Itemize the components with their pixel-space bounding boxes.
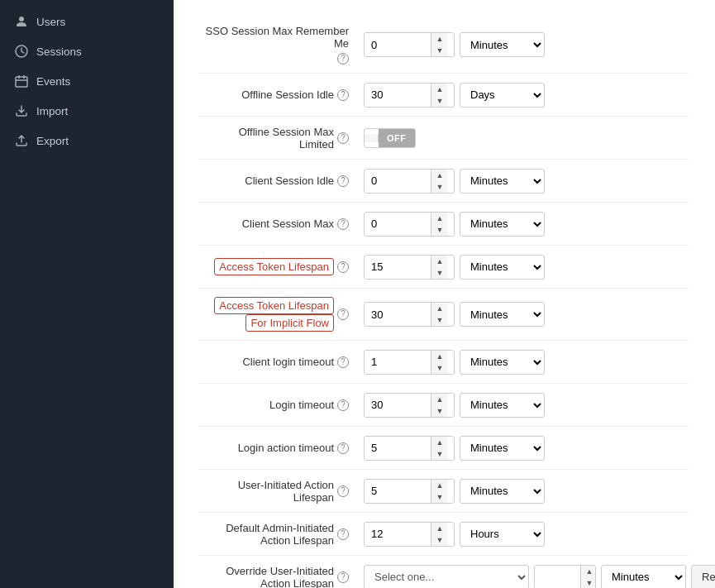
sidebar-item-label: Sessions bbox=[36, 45, 82, 58]
label-sso-session-max-remember-me: SSO Session Max Remember Me ? bbox=[198, 25, 364, 65]
spinner-up-user-initiated[interactable]: ▲ bbox=[431, 480, 448, 491]
label-user-initiated-action-lifespan: User-Initiated Action Lifespan ? bbox=[198, 479, 364, 504]
form-row-offline-session-idle: Offline Session Idle ? ▲ ▼ DaysSecondsMi… bbox=[198, 74, 690, 117]
unit-select-client-max[interactable]: MinutesSecondsHoursDays bbox=[460, 212, 545, 237]
spinner-down-user-initiated[interactable]: ▼ bbox=[431, 491, 448, 503]
number-field-sso[interactable] bbox=[365, 33, 431, 56]
form-row-client-session-max: Client Session Max ? ▲ ▼ MinutesSecondsH… bbox=[198, 203, 690, 246]
number-input-offline-idle: ▲ ▼ bbox=[364, 83, 455, 108]
spinner-up-login-timeout[interactable]: ▲ bbox=[431, 394, 448, 405]
number-input-admin-initiated: ▲ ▼ bbox=[364, 522, 455, 547]
spinner-access-token: ▲ ▼ bbox=[431, 256, 448, 279]
number-field-override[interactable] bbox=[535, 566, 580, 589]
help-icon-offline-idle[interactable]: ? bbox=[337, 89, 349, 101]
unit-select-login-timeout[interactable]: MinutesSecondsHoursDays bbox=[460, 393, 545, 418]
unit-select-offline-idle[interactable]: DaysSecondsMinutesHours bbox=[460, 83, 545, 108]
controls-offline-idle: ▲ ▼ DaysSecondsMinutesHours bbox=[364, 83, 690, 108]
help-icon-offline-max-limited[interactable]: ? bbox=[337, 132, 349, 144]
spinner-up-client-idle[interactable]: ▲ bbox=[431, 170, 448, 181]
label-access-token-implicit: Access Token Lifespan For Implicit Flow … bbox=[198, 297, 364, 332]
user-icon bbox=[15, 15, 28, 28]
spinner-down-login-timeout[interactable]: ▼ bbox=[431, 405, 448, 417]
unit-select-client-login-timeout[interactable]: MinutesSecondsHoursDays bbox=[460, 350, 545, 375]
number-field-client-idle[interactable] bbox=[365, 170, 431, 193]
reset-button[interactable]: Reset bbox=[691, 565, 715, 589]
number-input-client-max: ▲ ▼ bbox=[364, 212, 455, 237]
spinner-login-action-timeout: ▲ ▼ bbox=[431, 437, 448, 460]
number-field-client-max[interactable] bbox=[365, 213, 431, 236]
help-icon-sso[interactable]: ? bbox=[337, 53, 349, 65]
spinner-down-sso[interactable]: ▼ bbox=[431, 45, 448, 56]
spinner-up-login-action-timeout[interactable]: ▲ bbox=[431, 437, 448, 448]
help-icon-override-user-initiated[interactable]: ? bbox=[337, 571, 349, 583]
unit-select-override[interactable]: MinutesSecondsHoursDays bbox=[601, 565, 686, 589]
spinner-up-access-token[interactable]: ▲ bbox=[431, 256, 448, 267]
help-icon-user-initiated[interactable]: ? bbox=[337, 485, 349, 497]
spinner-up-offline-idle[interactable]: ▲ bbox=[431, 84, 448, 95]
spinner-down-client-login-timeout[interactable]: ▼ bbox=[431, 362, 448, 374]
spinner-up-client-login-timeout[interactable]: ▲ bbox=[431, 351, 448, 362]
help-icon-access-token[interactable]: ? bbox=[337, 261, 349, 273]
help-icon-client-idle[interactable]: ? bbox=[337, 175, 349, 187]
number-field-admin-initiated[interactable] bbox=[365, 523, 431, 546]
unit-select-sso[interactable]: MinutesSecondsHoursDays bbox=[460, 32, 545, 57]
unit-select-user-initiated[interactable]: MinutesSecondsHoursDays bbox=[460, 479, 545, 504]
unit-select-access-token-implicit[interactable]: MinutesSecondsHoursDays bbox=[460, 302, 545, 327]
select-one-override[interactable]: Select one... bbox=[364, 565, 529, 589]
spinner-up-access-token-implicit[interactable]: ▲ bbox=[431, 303, 448, 314]
number-field-client-login-timeout[interactable] bbox=[365, 351, 431, 374]
spinner-down-login-action-timeout[interactable]: ▼ bbox=[431, 448, 448, 460]
sidebar-item-sessions[interactable]: Sessions bbox=[0, 36, 174, 66]
spinner-client-max: ▲ ▼ bbox=[431, 213, 448, 236]
sidebar-item-events[interactable]: Events bbox=[0, 66, 174, 96]
spinner-up-sso[interactable]: ▲ bbox=[431, 33, 448, 45]
help-icon-admin-initiated[interactable]: ? bbox=[337, 528, 349, 540]
number-field-user-initiated[interactable] bbox=[365, 480, 431, 503]
controls-offline-max-limited: OFF bbox=[364, 128, 690, 148]
spinner-up-client-max[interactable]: ▲ bbox=[431, 213, 448, 224]
help-icon-access-token-implicit[interactable]: ? bbox=[337, 308, 349, 320]
sidebar-item-export[interactable]: Export bbox=[0, 126, 174, 155]
svg-rect-1 bbox=[16, 77, 27, 87]
toggle-offline-max-limited[interactable]: OFF bbox=[364, 128, 416, 148]
form-row-login-timeout: Login timeout ? ▲ ▼ MinutesSecondsHoursD… bbox=[198, 384, 690, 427]
number-field-access-token-implicit[interactable] bbox=[365, 303, 431, 326]
form-row-client-login-timeout: Client login timeout ? ▲ ▼ MinutesSecond… bbox=[198, 341, 690, 384]
help-icon-client-login-timeout[interactable]: ? bbox=[337, 356, 349, 368]
sessions-icon bbox=[15, 45, 28, 58]
spinner-offline-idle: ▲ ▼ bbox=[431, 84, 448, 107]
unit-select-login-action-timeout[interactable]: MinutesSecondsHoursDays bbox=[460, 436, 545, 461]
sidebar-item-label: Export bbox=[36, 135, 69, 147]
sidebar-item-import[interactable]: Import bbox=[0, 96, 174, 126]
label-override-user-initiated: Override User-Initiated Action Lifespan … bbox=[198, 565, 364, 589]
spinner-client-idle: ▲ ▼ bbox=[431, 170, 448, 193]
spinner-up-admin-initiated[interactable]: ▲ bbox=[431, 523, 448, 534]
help-icon-login-action-timeout[interactable]: ? bbox=[337, 442, 349, 454]
spinner-down-override[interactable]: ▼ bbox=[581, 577, 596, 589]
number-field-access-token[interactable] bbox=[365, 256, 431, 279]
form-row-override-user-initiated: Override User-Initiated Action Lifespan … bbox=[198, 556, 690, 588]
sidebar-item-users[interactable]: Users bbox=[0, 7, 174, 36]
unit-select-admin-initiated[interactable]: HoursSecondsMinutesDays bbox=[460, 522, 545, 547]
unit-select-client-idle[interactable]: MinutesSecondsHoursDays bbox=[460, 169, 545, 194]
spinner-down-offline-idle[interactable]: ▼ bbox=[431, 95, 448, 107]
spinner-down-admin-initiated[interactable]: ▼ bbox=[431, 534, 448, 546]
controls-login-action-timeout: ▲ ▼ MinutesSecondsHoursDays bbox=[364, 436, 690, 461]
number-field-offline-idle[interactable] bbox=[365, 84, 431, 107]
number-field-login-action-timeout[interactable] bbox=[365, 437, 431, 460]
number-field-login-timeout[interactable] bbox=[365, 394, 431, 417]
spinner-down-client-idle[interactable]: ▼ bbox=[431, 181, 448, 193]
form-row-access-token-implicit: Access Token Lifespan For Implicit Flow … bbox=[198, 289, 690, 341]
sidebar: Users Sessions Events Import Export bbox=[0, 0, 174, 588]
spinner-down-access-token[interactable]: ▼ bbox=[431, 267, 448, 279]
spinner-down-access-token-implicit[interactable]: ▼ bbox=[431, 314, 448, 326]
form-row-offline-session-max-limited: Offline Session Max Limited ? OFF bbox=[198, 117, 690, 160]
unit-select-access-token[interactable]: MinutesSecondsHoursDays bbox=[460, 255, 545, 280]
spinner-down-client-max[interactable]: ▼ bbox=[431, 224, 448, 236]
help-icon-client-max[interactable]: ? bbox=[337, 218, 349, 230]
spinner-up-override[interactable]: ▲ bbox=[581, 566, 596, 577]
controls-access-token-implicit: ▲ ▼ MinutesSecondsHoursDays bbox=[364, 302, 690, 327]
help-icon-login-timeout[interactable]: ? bbox=[337, 399, 349, 411]
controls-admin-initiated: ▲ ▼ HoursSecondsMinutesDays bbox=[364, 522, 690, 547]
controls-login-timeout: ▲ ▼ MinutesSecondsHoursDays bbox=[364, 393, 690, 418]
